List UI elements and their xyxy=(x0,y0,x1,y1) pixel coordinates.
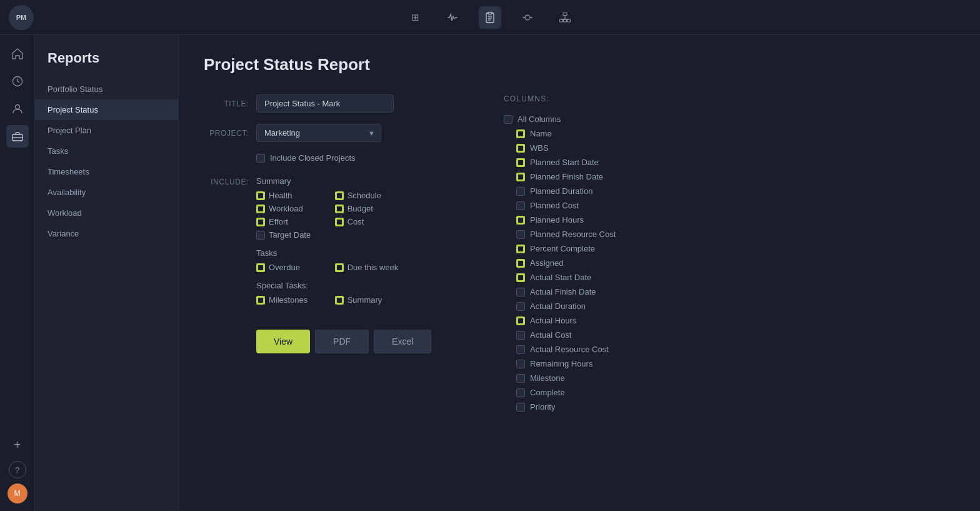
actual-hours-checkbox[interactable] xyxy=(516,316,525,325)
assigned-checkbox[interactable] xyxy=(516,259,525,268)
help-nav-icon[interactable]: ? xyxy=(9,461,26,478)
cost-check-item[interactable]: Cost xyxy=(335,217,399,226)
sidebar-item-portfolio-status[interactable]: Portfolio Status xyxy=(35,79,178,99)
health-check-item[interactable]: Health xyxy=(256,191,320,200)
svg-point-12 xyxy=(15,105,19,109)
include-closed-checkbox[interactable] xyxy=(256,154,265,163)
target-date-checkbox[interactable] xyxy=(256,231,265,240)
schedule-checkbox[interactable] xyxy=(335,191,344,200)
overdue-checkbox[interactable] xyxy=(256,263,265,272)
col-actual-duration[interactable]: Actual Duration xyxy=(516,299,699,313)
excel-button[interactable]: Excel xyxy=(374,330,431,353)
cost-checkbox[interactable] xyxy=(335,218,344,226)
svg-rect-7 xyxy=(564,19,567,22)
svg-rect-8 xyxy=(568,19,571,22)
milestone-checkbox[interactable] xyxy=(516,374,525,383)
workload-checkbox[interactable] xyxy=(256,205,265,213)
due-this-week-check-item[interactable]: Due this week xyxy=(335,263,399,272)
remaining-hours-checkbox[interactable] xyxy=(516,360,525,368)
planned-resource-cost-checkbox[interactable] xyxy=(516,230,525,239)
summary-check-item[interactable]: Summary xyxy=(335,295,399,305)
sidebar-item-variance[interactable]: Variance xyxy=(35,223,178,244)
actual-cost-checkbox[interactable] xyxy=(516,331,525,340)
col-actual-cost[interactable]: Actual Cost xyxy=(516,328,699,342)
col-planned-start-date[interactable]: Planned Start Date xyxy=(516,155,699,169)
workload-check-item[interactable]: Workload xyxy=(256,204,320,213)
sidebar-item-tasks[interactable]: Tasks xyxy=(35,141,178,161)
col-actual-start-date[interactable]: Actual Start Date xyxy=(516,270,699,285)
sidebar-item-project-plan[interactable]: Project Plan xyxy=(35,120,178,141)
complete-checkbox[interactable] xyxy=(516,388,525,397)
col-remaining-hours[interactable]: Remaining Hours xyxy=(516,357,699,371)
pulse-icon[interactable] xyxy=(441,6,464,29)
sidebar-item-timesheets[interactable]: Timesheets xyxy=(35,161,178,182)
include-closed-label: Include Closed Projects xyxy=(270,153,356,163)
name-checkbox[interactable] xyxy=(516,129,525,138)
col-planned-finish-date[interactable]: Planned Finish Date xyxy=(516,169,699,184)
sidebar-item-availability[interactable]: Availability xyxy=(35,182,178,203)
percent-complete-checkbox[interactable] xyxy=(516,245,525,253)
col-priority[interactable]: Priority xyxy=(516,400,699,414)
overdue-check-item[interactable]: Overdue xyxy=(256,263,320,272)
title-label: TITLE: xyxy=(204,99,249,108)
col-actual-finish-date[interactable]: Actual Finish Date xyxy=(516,285,699,299)
planned-start-date-checkbox[interactable] xyxy=(516,158,525,167)
all-columns-checkbox[interactable] xyxy=(504,115,512,124)
col-actual-hours[interactable]: Actual Hours xyxy=(516,313,699,328)
summary-section-label: Summary xyxy=(256,176,398,186)
col-planned-duration[interactable]: Planned Duration xyxy=(516,184,699,198)
people-nav-icon[interactable] xyxy=(6,98,29,120)
special-tasks-label: Special Tasks: xyxy=(256,281,398,290)
effort-check-item[interactable]: Effort xyxy=(256,217,320,226)
tasks-section-label: Tasks xyxy=(256,248,398,258)
effort-checkbox[interactable] xyxy=(256,218,265,226)
sidebar-item-project-status[interactable]: Project Status xyxy=(35,99,178,120)
pdf-button[interactable]: PDF xyxy=(315,330,369,353)
wbs-checkbox[interactable] xyxy=(516,144,525,153)
budget-check-item[interactable]: Budget xyxy=(335,204,399,213)
briefcase-nav-icon[interactable] xyxy=(6,125,29,148)
title-input[interactable] xyxy=(256,94,394,113)
col-complete[interactable]: Complete xyxy=(516,385,699,400)
link-icon[interactable] xyxy=(516,6,539,29)
col-all-columns[interactable]: All Columns xyxy=(504,112,699,126)
col-milestone[interactable]: Milestone xyxy=(516,371,699,385)
planned-cost-checkbox[interactable] xyxy=(516,201,525,210)
target-date-check-item[interactable]: Target Date xyxy=(256,230,320,240)
actual-finish-date-checkbox[interactable] xyxy=(516,288,525,296)
planned-finish-date-checkbox[interactable] xyxy=(516,173,525,181)
col-planned-hours[interactable]: Planned Hours xyxy=(516,213,699,227)
due-this-week-checkbox[interactable] xyxy=(335,263,344,272)
col-planned-resource-cost[interactable]: Planned Resource Cost xyxy=(516,227,699,241)
actual-duration-checkbox[interactable] xyxy=(516,302,525,311)
health-checkbox[interactable] xyxy=(256,191,265,200)
clock-nav-icon[interactable] xyxy=(6,70,29,93)
scan-icon[interactable]: ⊞ xyxy=(404,6,426,29)
hierarchy-icon[interactable] xyxy=(554,6,576,29)
project-select[interactable]: Marketing xyxy=(256,124,381,142)
col-name[interactable]: Name xyxy=(516,126,699,141)
col-actual-resource-cost[interactable]: Actual Resource Cost xyxy=(516,342,699,357)
view-button[interactable]: View xyxy=(256,330,310,353)
summary-checkbox[interactable] xyxy=(335,296,344,305)
col-planned-cost[interactable]: Planned Cost xyxy=(516,198,699,213)
planned-duration-checkbox[interactable] xyxy=(516,187,525,196)
home-nav-icon[interactable] xyxy=(6,43,29,65)
clipboard-icon[interactable] xyxy=(479,6,501,29)
app-logo[interactable]: PM xyxy=(9,5,34,30)
budget-checkbox[interactable] xyxy=(335,205,344,213)
sidebar-item-workload[interactable]: Workload xyxy=(35,203,178,223)
plus-nav-icon[interactable]: + xyxy=(6,433,29,456)
col-percent-complete[interactable]: Percent Complete xyxy=(516,241,699,256)
col-wbs[interactable]: WBS xyxy=(516,141,699,155)
col-assigned[interactable]: Assigned xyxy=(516,256,699,270)
priority-checkbox[interactable] xyxy=(516,403,525,412)
milestones-checkbox[interactable] xyxy=(256,296,265,305)
user-avatar[interactable]: M xyxy=(8,483,28,503)
actual-resource-cost-checkbox[interactable] xyxy=(516,345,525,354)
actual-start-date-checkbox[interactable] xyxy=(516,273,525,282)
milestones-check-item[interactable]: Milestones xyxy=(256,295,320,305)
schedule-check-item[interactable]: Schedule xyxy=(335,191,399,200)
sidebar-title: Reports xyxy=(35,50,178,79)
planned-hours-checkbox[interactable] xyxy=(516,216,525,225)
